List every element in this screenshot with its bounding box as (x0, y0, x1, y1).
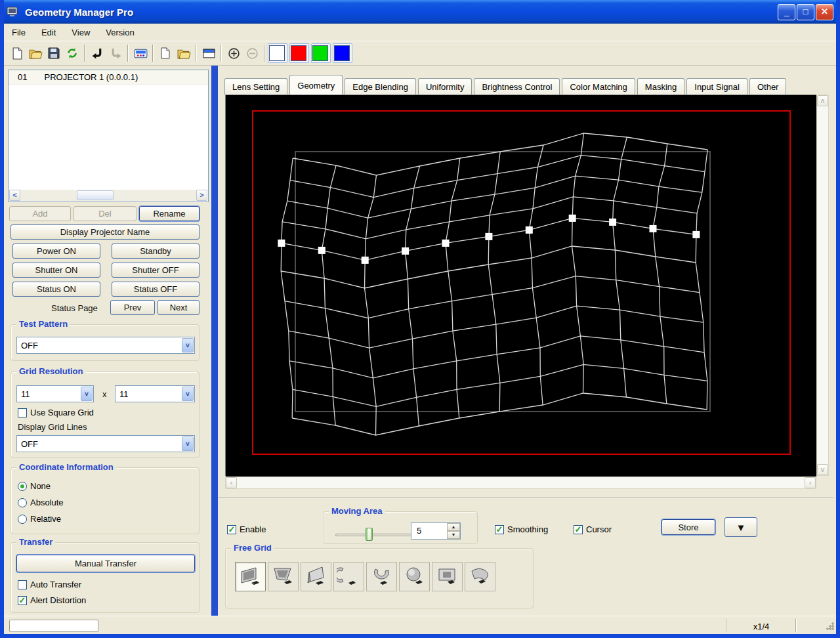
tab-masking[interactable]: Masking (637, 78, 684, 95)
display-grid-lines-select[interactable]: OFF ˅ (16, 435, 195, 452)
del-button[interactable]: Del (74, 206, 136, 221)
tab-other[interactable]: Other (749, 78, 787, 95)
menu-edit[interactable]: Edit (33, 25, 64, 40)
free-grid-sphere-button[interactable] (399, 562, 430, 591)
store-button[interactable]: Store (662, 519, 715, 535)
tab-input-signal[interactable]: Input Signal (686, 78, 747, 95)
status-off-button[interactable]: Status OFF (112, 282, 200, 297)
remote-control-icon[interactable] (131, 44, 150, 62)
auto-transfer-checkbox[interactable]: Auto Transfer (18, 580, 81, 589)
window-icon[interactable] (200, 44, 218, 62)
chevron-down-icon[interactable]: ˅ (81, 387, 93, 401)
redo-icon[interactable] (106, 44, 125, 62)
radio-circle[interactable] (18, 498, 27, 507)
maximize-button[interactable]: □ (797, 4, 814, 20)
moving-area-slider-thumb[interactable] (366, 528, 373, 541)
grid-h-select[interactable]: 11 ˅ (16, 385, 94, 402)
status-on-button[interactable]: Status ON (12, 282, 100, 297)
moving-area-spinner[interactable]: 5 ▲▼ (411, 522, 461, 540)
green-swatch[interactable] (311, 43, 331, 63)
status-page-next-button[interactable]: Next (158, 300, 200, 315)
display-projector-name-button[interactable]: Display Projector Name (10, 224, 200, 240)
spin-down-icon[interactable]: ▼ (447, 531, 460, 539)
zoom-out-icon[interactable] (243, 44, 261, 62)
close-button[interactable]: ✕ (816, 4, 833, 20)
scroll-up-icon[interactable]: ᴧ (817, 95, 828, 106)
red-swatch[interactable] (289, 43, 309, 63)
canvas-hscrollbar[interactable]: ‹ › (225, 477, 816, 489)
scroll-right-icon[interactable]: > (196, 190, 207, 201)
checkbox-box[interactable]: ✓ (574, 525, 583, 534)
menu-file[interactable]: File (4, 25, 33, 40)
scroll-left-icon[interactable]: < (9, 190, 20, 201)
grid-v-select[interactable]: 11 ˅ (115, 385, 195, 402)
free-grid-tilted-screen-button[interactable] (268, 562, 299, 591)
free-grid-flat-screen-button[interactable] (235, 562, 266, 591)
tab-lens-setting[interactable]: Lens Setting (224, 78, 287, 95)
tab-uniformity[interactable]: Uniformity (418, 78, 472, 95)
refresh-icon[interactable] (63, 44, 81, 62)
coordinate-radio-relative[interactable]: Relative (18, 514, 61, 524)
splitter-bar[interactable] (211, 66, 218, 616)
standby-button[interactable]: Standby (112, 244, 200, 259)
use-square-grid-checkbox[interactable]: Use Square Grid (18, 408, 94, 417)
manual-transfer-button[interactable]: Manual Transfer (16, 555, 195, 572)
open-folder-icon[interactable] (175, 44, 193, 62)
save-file-icon[interactable] (45, 44, 63, 62)
checkbox-box[interactable]: ✓ (18, 596, 27, 605)
tab-edge-blending[interactable]: Edge Blending (345, 78, 416, 95)
free-grid-angled-screen-button[interactable] (301, 562, 331, 591)
projector-list[interactable]: 01PROJECTOR 1 (0.0.0.1) < > (8, 70, 209, 202)
scroll-right-icon[interactable]: › (805, 477, 816, 488)
resize-grip[interactable] (826, 622, 835, 631)
minimize-button[interactable]: _ (778, 4, 795, 20)
power-on-button[interactable]: Power ON (12, 244, 100, 259)
undo-icon[interactable] (88, 44, 106, 62)
shutter-off-button[interactable]: Shutter OFF (112, 263, 200, 278)
free-grid-cylinder-concave-button[interactable] (333, 562, 364, 591)
checkbox-box[interactable]: ✓ (227, 525, 236, 534)
add-button[interactable]: Add (9, 206, 71, 221)
free-grid-rear-screen-button[interactable] (432, 562, 463, 591)
alert-distortion-checkbox[interactable]: ✓ Alert Distortion (18, 595, 86, 605)
store-menu-button[interactable]: ▼ (724, 517, 757, 537)
white-swatch[interactable] (268, 43, 287, 63)
chevron-down-icon[interactable]: ˅ (182, 436, 194, 451)
chevron-down-icon[interactable]: ˅ (182, 338, 194, 352)
tab-geometry[interactable]: Geometry (289, 75, 343, 95)
shutter-on-button[interactable]: Shutter ON (12, 263, 100, 278)
tab-brightness-control[interactable]: Brightness Control (474, 78, 560, 95)
distortion-grid[interactable] (226, 95, 816, 477)
canvas-vscrollbar[interactable]: ᴧ ᴠ (816, 95, 829, 476)
geometry-canvas[interactable] (225, 95, 816, 476)
chevron-down-icon[interactable]: ˅ (182, 387, 194, 401)
free-grid-cylinder-vertical-button[interactable] (366, 562, 397, 591)
coordinate-radio-none[interactable]: None (18, 481, 51, 491)
checkbox-box[interactable] (18, 580, 27, 589)
projector-list-item[interactable]: 01PROJECTOR 1 (0.0.0.1) (9, 70, 208, 85)
menu-version[interactable]: Version (98, 25, 142, 40)
free-grid-curved-ribbon-button[interactable] (465, 562, 495, 591)
rename-button[interactable]: Rename (139, 206, 200, 221)
smoothing-checkbox[interactable]: ✓ Smoothing (495, 524, 548, 534)
status-page-prev-button[interactable]: Prev (110, 300, 155, 315)
menu-view[interactable]: View (64, 25, 98, 40)
test-pattern-select[interactable]: OFF ˅ (16, 337, 195, 354)
cursor-checkbox[interactable]: ✓ Cursor (574, 524, 612, 534)
radio-circle[interactable] (18, 482, 27, 491)
radio-circle[interactable] (18, 515, 27, 524)
blue-swatch[interactable] (333, 43, 352, 63)
projector-list-hscrollbar[interactable]: < > (9, 190, 207, 201)
coordinate-radio-absolute[interactable]: Absolute (18, 498, 64, 507)
zoom-in-icon[interactable] (224, 44, 243, 62)
checkbox-box[interactable] (18, 408, 27, 417)
scroll-down-icon[interactable]: ᴠ (817, 464, 828, 475)
enable-checkbox[interactable]: ✓ Enable (227, 524, 266, 534)
scroll-left-icon[interactable]: ‹ (226, 477, 237, 488)
tab-color-matching[interactable]: Color Matching (562, 78, 635, 95)
spin-up-icon[interactable]: ▲ (447, 523, 460, 531)
open-file-icon[interactable] (26, 44, 45, 62)
new-file-icon[interactable] (8, 44, 26, 62)
scroll-thumb[interactable] (77, 190, 114, 200)
checkbox-box[interactable]: ✓ (495, 525, 504, 534)
